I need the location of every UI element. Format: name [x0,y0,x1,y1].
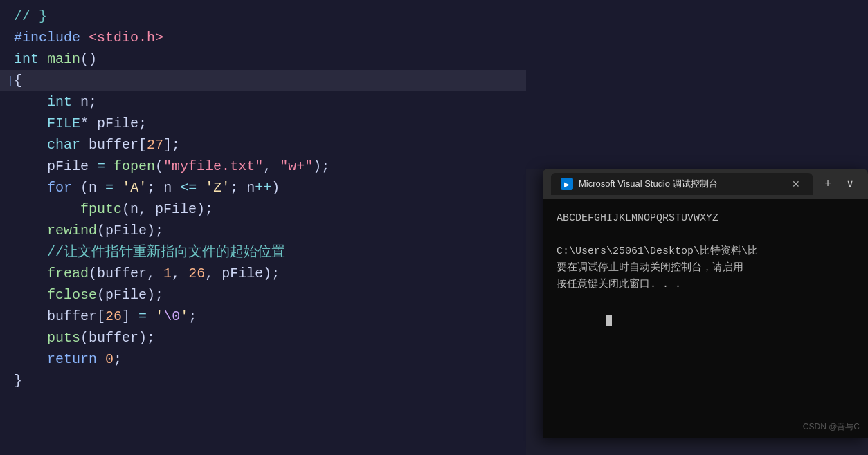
code-line-16: puts(buffer); [0,327,526,349]
code-line-3: int main() [0,48,526,70]
terminal-body: ABCDEFGHIJKLMNOPQRSTUVWXYZ C:\Users\2506… [543,199,868,438]
terminal-chevron-button[interactable]: ∨ [840,174,860,194]
terminal-tab-title: Microsoft Visual Studio 调试控制台 [579,178,784,190]
terminal-add-button[interactable]: + [818,174,838,194]
code-line-18: } [0,370,526,391]
terminal-output: ABCDEFGHIJKLMNOPQRSTUVWXYZ C:\Users\2506… [557,210,854,343]
line-indicator-4: | [7,73,11,91]
code-line-15: buffer[26] = '\0'; [0,306,526,327]
code-line-5: int n; [0,91,526,113]
terminal-footer: CSDN @吾与C [803,421,860,433]
terminal-line-4: 要在调试停止时自动关闭控制台，请启用 [557,260,854,277]
terminal-line-2 [557,227,854,243]
terminal-tab[interactable]: ▶ Microsoft Visual Studio 调试控制台 ✕ [551,173,813,195]
code-line-2: #include <stdio.h> [0,27,526,48]
right-fill [526,0,868,169]
terminal-cursor [606,315,612,326]
code-editor: // } #include <stdio.h> int main() | { i… [0,0,526,455]
code-line-7: char buffer[27]; [0,134,526,156]
code-line-1: // } [0,6,526,27]
code-line-12: //让文件指针重新指向文件的起始位置 [0,241,526,263]
terminal-close-button[interactable]: ✕ [789,177,803,191]
terminal-tab-icon: ▶ [561,178,573,190]
terminal-titlebar: ▶ Microsoft Visual Studio 调试控制台 ✕ + ∨ [543,169,868,199]
code-line-14: fclose(pFile); [0,284,526,306]
code-line-13: fread(buffer, 1, 26, pFile); [0,263,526,284]
code-line-8: pFile = fopen("myfile.txt", "w+"); [0,156,526,177]
code-line-9: for (n = 'A'; n <= 'Z'; n++) [0,177,526,198]
code-line-11: rewind(pFile); [0,220,526,241]
terminal-line-3: C:\Users\25061\Desktop\比特资料\比 [557,243,854,260]
code-line-4: | { [0,70,526,91]
code-container: // } #include <stdio.h> int main() | { i… [0,0,526,397]
code-line-17: return 0; [0,349,526,370]
code-line-6: FILE* pFile; [0,113,526,134]
terminal-window: ▶ Microsoft Visual Studio 调试控制台 ✕ + ∨ AB… [543,169,868,438]
terminal-cursor-line [557,293,854,343]
terminal-line-5: 按任意键关闭此窗口. . . [557,277,854,293]
terminal-line-1: ABCDEFGHIJKLMNOPQRSTUVWXYZ [557,210,854,227]
terminal-actions: + ∨ [818,174,860,194]
code-line-10: fputc(n, pFile); [0,198,526,220]
